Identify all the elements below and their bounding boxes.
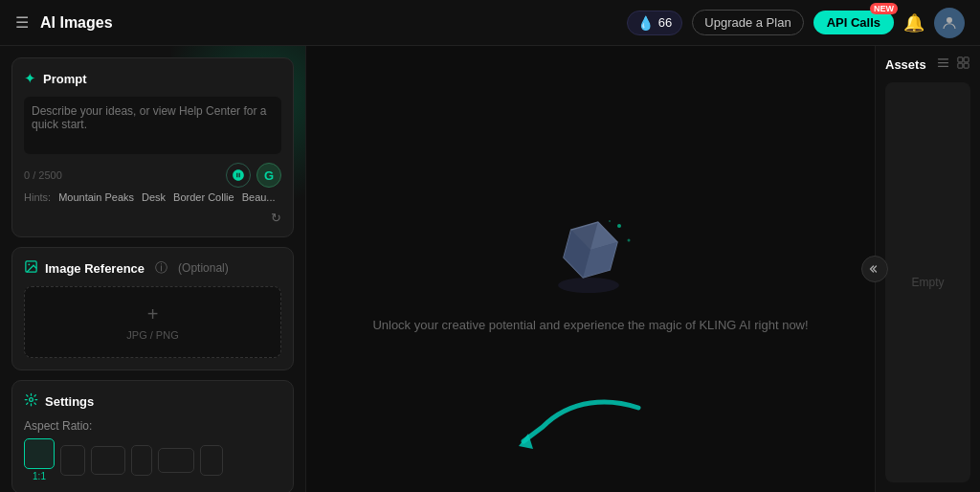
teal-arrow — [514, 393, 648, 454]
svg-marker-12 — [519, 434, 533, 449]
credits-icon: 💧 — [637, 15, 654, 31]
svg-point-3 — [30, 398, 33, 402]
aspect-ratio-1-1-button[interactable] — [24, 438, 55, 469]
assets-action-icons — [936, 56, 970, 73]
settings-icon — [24, 392, 38, 410]
hero-graphic — [533, 207, 648, 302]
svg-rect-14 — [964, 57, 969, 62]
aspect-ratio-buttons: 1:1 — [24, 438, 281, 481]
hamburger-icon[interactable]: ☰ — [15, 13, 29, 32]
svg-point-4 — [617, 224, 621, 228]
center-description: Unlock your creative potential and exper… — [372, 318, 808, 332]
hint-mountain-peaks[interactable]: Mountain Peaks — [58, 191, 134, 203]
main-layout: ✦ Prompt 0 / 2500 G Hints: Mountain Peak… — [0, 46, 980, 492]
aspect-ratio-2-3-button[interactable] — [200, 445, 223, 476]
prompt-footer: 0 / 2500 G — [24, 163, 281, 188]
svg-point-6 — [609, 220, 611, 222]
hints-row: Hints: Mountain Peaks Desk Border Collie… — [24, 191, 281, 225]
hints-label: Hints: — [24, 191, 51, 203]
aspect-ratio-label: Aspect Ratio: — [24, 419, 281, 433]
settings-section: Settings Aspect Ratio: 1:1 — [11, 380, 294, 492]
header-left: ☰ AI Images — [15, 13, 113, 32]
api-calls-button[interactable]: API Calls NEW — [813, 11, 894, 34]
aspect-ratio-16-9-button[interactable] — [158, 448, 194, 473]
assets-header: Assets — [885, 56, 970, 73]
image-reference-subtitle: (Optional) — [178, 261, 229, 275]
prompt-action-icons: G — [226, 163, 281, 188]
svg-rect-13 — [958, 57, 963, 62]
svg-point-0 — [947, 17, 952, 23]
prompt-header: ✦ Prompt — [24, 70, 281, 87]
prompt-icon: ✦ — [24, 70, 36, 87]
collapse-panel-button[interactable] — [861, 256, 888, 282]
refresh-hints-icon[interactable]: ↻ — [271, 211, 281, 225]
header-right: 💧 66 Upgrade a Plan API Calls NEW 🔔 — [627, 8, 965, 38]
upgrade-button[interactable]: Upgrade a Plan — [692, 10, 803, 35]
aspect-ratio-2-3-wrap — [200, 445, 223, 476]
settings-title: Settings — [45, 394, 94, 409]
image-reference-title: Image Reference — [45, 261, 145, 276]
info-icon[interactable]: ⓘ — [155, 259, 167, 277]
svg-rect-16 — [964, 63, 969, 68]
credits-count: 66 — [658, 15, 672, 30]
credits-badge[interactable]: 💧 66 — [627, 11, 682, 35]
svg-point-7 — [558, 278, 619, 293]
center-panel: Unlock your creative potential and exper… — [306, 46, 875, 492]
assets-grid-icon[interactable] — [956, 56, 970, 73]
center-content: Unlock your creative potential and exper… — [372, 207, 808, 332]
image-reference-section: Image Reference ⓘ (Optional) + JPG / PNG — [11, 247, 294, 370]
prompt-title: Prompt — [43, 72, 87, 86]
notification-bell-icon[interactable]: 🔔 — [903, 12, 924, 34]
aspect-ratio-9-16-button[interactable] — [131, 445, 152, 476]
upload-label: JPG / PNG — [126, 329, 178, 341]
settings-header: Settings — [24, 392, 281, 410]
svg-point-2 — [28, 263, 30, 265]
image-reference-header: Image Reference ⓘ (Optional) — [24, 259, 281, 277]
aspect-ratio-3-4-wrap — [60, 445, 85, 476]
hint-desk[interactable]: Desk — [142, 191, 166, 203]
svg-point-5 — [628, 238, 631, 241]
char-count: 0 / 2500 — [24, 169, 62, 181]
left-panel: ✦ Prompt 0 / 2500 G Hints: Mountain Peak… — [0, 46, 306, 492]
image-reference-icon — [24, 259, 38, 277]
assets-title: Assets — [885, 57, 926, 72]
aspect-ratio-1-1-label: 1:1 — [33, 471, 46, 481]
aspect-ratio-3-4-button[interactable] — [60, 445, 85, 476]
aspect-ratio-9-16-wrap — [131, 445, 152, 476]
prompt-input[interactable] — [24, 97, 281, 154]
app-title: AI Images — [40, 14, 113, 32]
prompt-section: ✦ Prompt 0 / 2500 G Hints: Mountain Peak… — [11, 57, 294, 237]
header: ☰ AI Images 💧 66 Upgrade a Plan API Call… — [0, 0, 980, 46]
new-badge: NEW — [870, 3, 898, 14]
assets-stack-icon[interactable] — [936, 56, 950, 73]
aspect-ratio-4-3-button[interactable] — [91, 446, 125, 475]
svg-rect-15 — [958, 63, 963, 68]
prompt-icon-btn-2[interactable]: G — [256, 163, 281, 188]
aspect-ratio-1-1-wrap: 1:1 — [24, 438, 55, 481]
aspect-ratio-16-9-wrap — [158, 448, 194, 473]
prompt-icon-btn-1[interactable] — [226, 163, 251, 188]
assets-empty-state: Empty — [885, 82, 970, 482]
right-panel: Assets Empty — [875, 46, 980, 492]
avatar[interactable] — [934, 8, 965, 38]
hint-beau[interactable]: Beau... — [242, 191, 276, 203]
aspect-ratio-4-3-wrap — [91, 446, 125, 475]
image-upload-area[interactable]: + JPG / PNG — [24, 286, 281, 358]
upload-plus-icon: + — [147, 303, 159, 325]
hint-border-collie[interactable]: Border Collie — [173, 191, 234, 203]
